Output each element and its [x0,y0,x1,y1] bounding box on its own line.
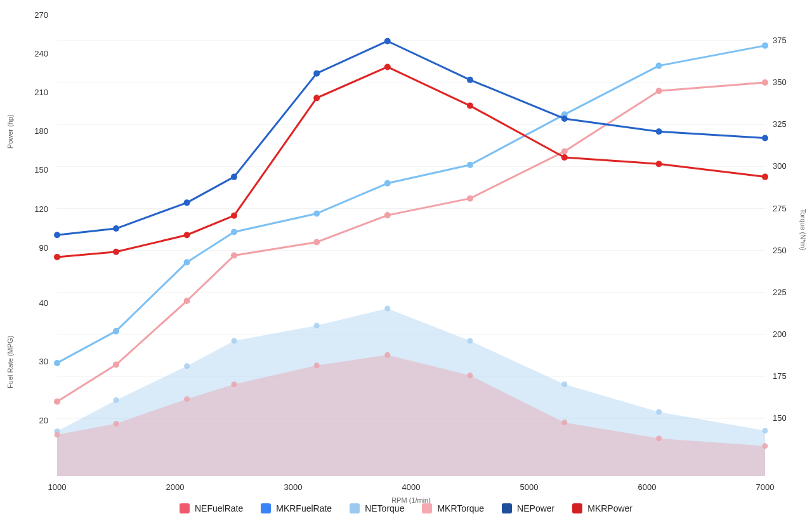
torque-tick: 150 [773,413,787,423]
point-NEPower [467,77,473,83]
legend-item-MKRPower[interactable]: MKRPower [572,503,632,513]
torque-tick: 275 [773,204,787,213]
legend-swatch [261,503,271,513]
x-tick: 4000 [402,482,421,492]
point-MKRFuelRate [232,381,237,387]
legend-label: NEPower [517,503,554,513]
point-MKRTorque [184,298,190,304]
fuel-tick: 40 [39,298,48,308]
x-tick: 1000 [48,482,67,492]
point-MKRFuelRate [656,435,662,441]
point-NEFuelRate [184,363,190,369]
power-tick: 240 [34,49,48,58]
power-tick: 120 [34,204,48,214]
legend-swatch [422,503,432,513]
point-MKRTorque [467,195,473,202]
legend-label: MKRFuelRate [276,503,332,513]
torque-tick: 325 [773,119,787,129]
torque-axis-label: Torque (N*m) [799,209,807,250]
torque-tick: 350 [773,77,787,87]
point-NEPower [656,128,662,135]
point-NEPower [762,135,768,141]
point-NEFuelRate [561,381,567,387]
power-tick: 150 [34,165,48,175]
point-NEPower [54,232,60,238]
fuel-tick: 20 [39,416,48,425]
point-MKRTorque [231,253,237,259]
point-NEFuelRate [468,338,473,343]
legend-item-NEFuelRate[interactable]: NEFuelRate [180,503,243,513]
point-NETorque [762,43,768,49]
point-MKRTorque [54,399,60,405]
legend-item-MKRFuelRate[interactable]: MKRFuelRate [261,503,332,513]
x-tick: 2000 [166,482,185,492]
torque-tick: 225 [773,288,787,297]
point-NEPower [561,116,568,122]
point-MKRFuelRate [184,396,190,402]
legend-swatch [572,503,582,513]
power-tick: 210 [34,88,48,97]
point-NEPower [313,70,320,77]
power-axis-label: Power (hp) [6,114,14,149]
x-tick: 7000 [756,482,775,492]
legend-swatch [180,503,190,513]
point-NEPower [113,225,119,232]
point-NEFuelRate [384,306,390,312]
point-MKRTorque [762,79,768,86]
legend-label: NETorque [365,503,404,513]
point-NEFuelRate [763,428,768,434]
point-MKRTorque [384,212,391,218]
point-MKRFuelRate [55,432,60,438]
point-MKRFuelRate [763,443,768,449]
point-MKRTorque [561,149,568,155]
x-tick: 6000 [638,482,657,492]
legend-item-NEPower[interactable]: NEPower [502,503,554,513]
point-MKRPower [656,161,662,167]
point-NETorque [113,328,119,334]
point-MKRTorque [113,362,119,368]
point-NETorque [656,63,662,69]
point-MKRFuelRate [384,352,390,358]
point-MKRPower [313,95,320,101]
torque-tick: 375 [773,36,787,45]
point-NETorque [231,229,237,235]
point-NETorque [384,180,391,187]
x-tick: 5000 [520,482,539,492]
point-NEFuelRate [232,338,237,343]
x-tick: 3000 [284,482,303,492]
torque-tick: 200 [773,329,787,339]
point-NEFuelRate [314,322,320,328]
engine-performance-chart: 1000200030004000500060007000RPM (1/min)9… [0,0,812,523]
point-NEFuelRate [656,409,662,414]
point-MKRPower [113,249,119,255]
point-MKRPower [184,232,190,238]
fuel-axis-label: Fuel Rate (MPG) [6,336,14,388]
chart-canvas: 1000200030004000500060007000RPM (1/min)9… [0,0,812,523]
legend-swatch [502,503,512,513]
point-NEPower [184,199,190,206]
point-NEPower [231,174,237,180]
legend-swatch [350,503,360,513]
torque-tick: 300 [773,161,787,171]
point-NETorque [467,162,473,168]
legend-item-NETorque[interactable]: NETorque [350,503,404,513]
point-MKRFuelRate [561,420,567,425]
legend-label: MKRPower [587,503,632,513]
point-MKRFuelRate [468,373,473,378]
fuel-tick: 30 [39,357,48,366]
point-NEPower [384,38,391,44]
legend-item-MKRTorque[interactable]: MKRTorque [422,503,484,513]
point-NETorque [184,259,190,265]
point-MKRPower [54,254,60,260]
point-MKRPower [467,103,473,109]
point-MKRFuelRate [314,362,320,368]
power-tick: 180 [34,126,48,136]
point-MKRPower [384,63,391,70]
point-NEFuelRate [114,397,119,403]
point-NETorque [54,360,60,366]
torque-tick: 250 [773,246,787,255]
point-NETorque [313,210,320,216]
point-MKRFuelRate [114,421,119,427]
point-MKRPower [561,154,568,161]
point-MKRTorque [313,239,320,245]
